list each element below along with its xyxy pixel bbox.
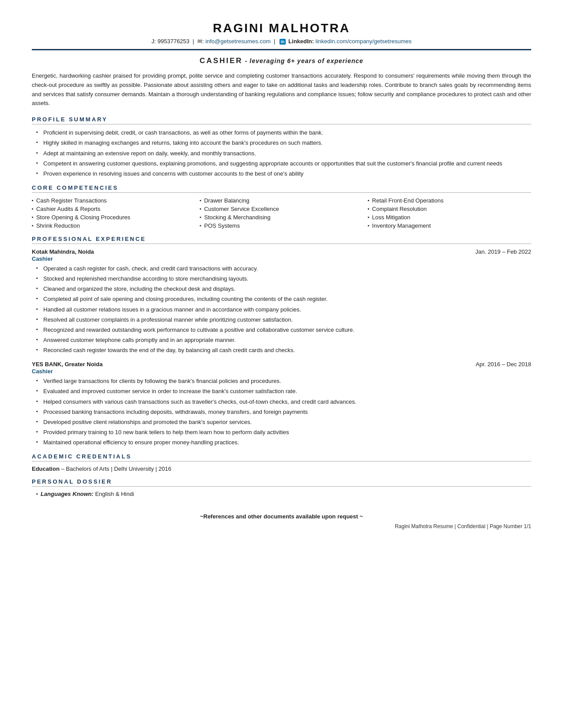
job-bullet: Answered customer telephone calls prompt… — [36, 336, 531, 345]
competency-item: POS Systems — [200, 222, 363, 229]
job-bullet: Operated a cash register for cash, check… — [36, 264, 531, 273]
job-bullet: Helped consumers with various cash trans… — [36, 398, 531, 406]
job-bullet: Verified large transactions for clients … — [36, 377, 531, 386]
resume-name: RAGINI MALHOTRA — [32, 21, 531, 35]
job-bullets: Operated a cash register for cash, check… — [32, 264, 531, 355]
competency-item: Shrink Reduction — [32, 222, 195, 229]
job-bullets: Verified large transactions for clients … — [32, 377, 531, 447]
linkedin-link[interactable]: linkedin.com/company/getsetresumes — [315, 38, 412, 45]
phone-number: 9953776253 — [158, 38, 189, 45]
job-entry: Kotak Mahindra, NoidaJan. 2019 – Feb 202… — [32, 248, 531, 355]
job-bullet: Processed banking transactions including… — [36, 408, 531, 417]
languages-label: Languages Known: — [41, 491, 94, 497]
languages-value: English & Hindi — [95, 491, 134, 497]
email-link[interactable]: info@getsetresumes.com — [205, 38, 271, 45]
footer-reference: ~References and other documents availabl… — [32, 513, 531, 520]
job-bullet: Developed positive client relationships … — [36, 418, 531, 427]
job-bullet: Resolved all customer complaints in a pr… — [36, 315, 531, 324]
email-icon: ✉: — [197, 38, 204, 45]
competency-item: Drawer Balancing — [200, 197, 363, 204]
job-bullet: Handled all customer relations issues in… — [36, 305, 531, 314]
job-header: Kotak Mahindra, NoidaJan. 2019 – Feb 202… — [32, 248, 531, 255]
job-company: YES BANK, Greater Noida — [32, 361, 102, 368]
job-bullet: Evaluated and improved customer service … — [36, 387, 531, 396]
job-header: YES BANK, Greater NoidaApr. 2016 – Dec 2… — [32, 361, 531, 368]
job-role: Cashier — [32, 255, 531, 262]
profile-bullet: Adept at maintaining an extensive report… — [36, 149, 531, 158]
profile-bullet: Proven experience in resolving issues an… — [36, 169, 531, 178]
header-divider — [32, 49, 531, 50]
competency-item: Loss Mitigation — [368, 214, 531, 221]
job-bullet: Completed all point of sale opening and … — [36, 295, 531, 304]
section-professional-experience: PROFESSIONAL EXPERIENCE — [32, 236, 531, 244]
job-role: Cashier — [32, 368, 531, 375]
footer-page-info: Ragini Malhotra Resume | Confidential | … — [32, 523, 531, 529]
competency-item: Inventory Management — [368, 222, 531, 229]
job-bullet: Recognized and rewarded outstanding work… — [36, 326, 531, 334]
competency-item: Stocking & Merchandising — [200, 214, 363, 221]
phone-label: J: — [151, 38, 156, 45]
jobs-container: Kotak Mahindra, NoidaJan. 2019 – Feb 202… — [32, 248, 531, 447]
competency-item: Cashier Audits & Reports — [32, 205, 195, 213]
competency-item: Customer Service Excellence — [200, 205, 363, 213]
job-date: Jan. 2019 – Feb 2022 — [476, 248, 532, 255]
job-entry: YES BANK, Greater NoidaApr. 2016 – Dec 2… — [32, 361, 531, 447]
job-bullet: Provided primary training to 10 new bank… — [36, 428, 531, 437]
section-profile-summary: PROFILE SUMMARY — [32, 116, 531, 124]
job-date: Apr. 2016 – Dec 2018 — [476, 361, 531, 368]
competency-item: Cash Register Transactions — [32, 197, 195, 204]
education-label: Education — [32, 465, 60, 472]
linkedin-label: LinkedIn: — [288, 38, 314, 45]
education-line: Education – Bachelors of Arts | Delhi Un… — [32, 465, 531, 472]
job-bullet: Reconciled cash register towards the end… — [36, 346, 531, 355]
section-core-competencies: CORE COMPETENCIES — [32, 184, 531, 193]
section-academic-credentials: ACADEMIC CREDENTIALS — [32, 453, 531, 462]
profile-summary-list: Proficient in supervising debit, credit,… — [32, 128, 531, 178]
contact-line: J: 9953776253 | ✉: info@getsetresumes.co… — [32, 38, 531, 45]
job-bullet: Cleaned and organized the store, includi… — [36, 285, 531, 293]
section-personal-dossier: PERSONAL DOSSIER — [32, 478, 531, 487]
profile-bullet: Proficient in supervising debit, credit,… — [36, 128, 531, 137]
competency-item: Complaint Resolution — [368, 205, 531, 213]
education-value: – Bachelors of Arts | Delhi University |… — [61, 465, 171, 472]
tagline-title: CASHIER — [200, 56, 243, 65]
personal-dossier-item: Languages Known: English & Hindi — [32, 491, 531, 497]
competency-item: Store Opening & Closing Procedures — [32, 214, 195, 221]
linkedin-icon: in — [280, 39, 286, 45]
competencies-grid: Cash Register TransactionsDrawer Balanci… — [32, 197, 531, 229]
job-bullet: Stocked and replenished merchandise acco… — [36, 274, 531, 283]
job-company: Kotak Mahindra, Noida — [32, 248, 94, 255]
summary-text: Energetic, hardworking cashier praised f… — [32, 71, 531, 108]
tagline-subtitle: - leveraging 6+ years of experience — [245, 57, 363, 64]
job-bullet: Maintained operational efficiency to ens… — [36, 438, 531, 447]
profile-bullet: Competent in answering customer question… — [36, 159, 531, 168]
tagline: CASHIER - leveraging 6+ years of experie… — [32, 56, 531, 65]
competency-item: Retail Front-End Operations — [368, 197, 531, 204]
profile-bullet: Highly skilled in managing exchanges and… — [36, 139, 531, 147]
